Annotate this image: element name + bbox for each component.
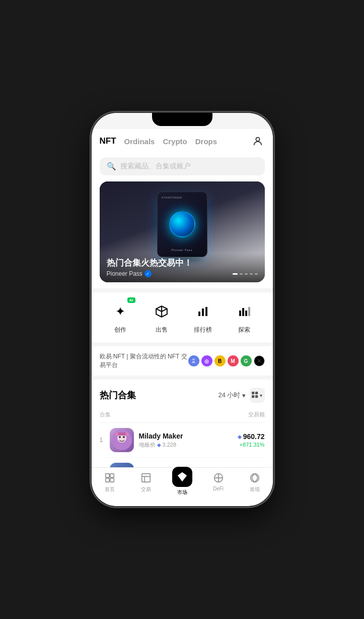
milady-volume: ◆ 960.72 +871.31% xyxy=(238,432,265,448)
nav-discover[interactable]: 发现 xyxy=(237,472,273,496)
chain-icons: Ξ ◎ B M G ✕ xyxy=(188,355,265,366)
table-header: 合集 交易额 xyxy=(100,409,265,423)
search-bar: 🔍 搜索藏品、合集或账户 xyxy=(92,153,273,181)
collection-thumb-nodemonkes xyxy=(110,463,134,467)
dot-3 xyxy=(245,273,248,275)
info-banner: 欧易 NFT | 聚合流动性的 NFT 交易平台 Ξ ◎ B M G ✕ xyxy=(92,346,273,376)
action-rank-label: 排行榜 xyxy=(194,326,212,334)
nav-discover-label: 发现 xyxy=(250,486,260,493)
chain-icon-bnb: B xyxy=(214,355,226,366)
svg-rect-5 xyxy=(242,308,244,316)
milady-name: Milady Maker xyxy=(139,432,238,440)
svg-rect-11 xyxy=(255,395,258,398)
action-rank[interactable]: 排行榜 xyxy=(192,300,214,334)
hot-collections-section: 热门合集 24 小时 ▾ xyxy=(92,380,273,467)
svg-rect-27 xyxy=(110,478,113,482)
phone-frame: NFT Ordinals Crypto Drops 🔍 搜索藏品、合集或账户 xyxy=(92,113,273,506)
top-nav: NFT Ordinals Crypto Drops xyxy=(92,129,273,153)
collection-info-milady: Milady Maker 地板价 ◆ 3.228 xyxy=(139,432,238,449)
chain-icon-sol: ◎ xyxy=(201,355,212,366)
info-banner-text: 欧易 NFT | 聚合流动性的 NFT 交易平台 xyxy=(100,352,188,369)
nav-trade[interactable]: 交易 xyxy=(128,472,164,496)
search-icon: 🔍 xyxy=(107,162,116,171)
time-filter[interactable]: 24 小时 ▾ xyxy=(218,391,245,400)
ai-badge: AI xyxy=(127,297,135,303)
action-rank-icon-wrap xyxy=(192,300,214,323)
rank-1: 1 xyxy=(100,437,110,444)
dot-2 xyxy=(240,273,243,275)
milady-thumb-art xyxy=(110,428,134,452)
banner-section: STARPOWER Pioneer Pass 热门合集火热交易中！ Pionee… xyxy=(92,181,273,288)
milady-vol-value: 960.72 xyxy=(243,432,265,441)
nft-card-visual: STARPOWER Pioneer Pass xyxy=(157,192,207,257)
grid-toggle[interactable]: ▾ xyxy=(250,388,265,403)
dot-1 xyxy=(233,273,238,275)
milady-floor: 地板价 ◆ 3.228 xyxy=(139,441,238,449)
svg-rect-26 xyxy=(105,478,109,482)
notch xyxy=(152,113,212,126)
action-sell[interactable]: 出售 xyxy=(151,300,173,334)
action-create-icon-wrap: ✦ AI xyxy=(109,300,131,323)
nav-market-label: 市场 xyxy=(177,489,187,496)
action-explore[interactable]: 探索 xyxy=(233,300,255,334)
nav-home-label: 首页 xyxy=(105,486,115,493)
svg-rect-4 xyxy=(239,311,241,316)
tag-icon xyxy=(155,305,168,318)
banner-title: 热门合集火热交易中！ xyxy=(107,258,258,268)
milady-change: +871.31% xyxy=(238,442,265,448)
section-title: 热门合集 xyxy=(100,389,136,401)
nav-tabs: NFT Ordinals Crypto Drops xyxy=(100,136,217,146)
table-row[interactable]: 2 NodeMonkes xyxy=(100,458,265,467)
nav-market[interactable]: 市场 xyxy=(164,472,200,496)
col-volume-label: 交易额 xyxy=(248,411,265,418)
action-sell-label: 出售 xyxy=(156,326,168,334)
action-create[interactable]: ✦ AI 创作 xyxy=(109,300,131,334)
nav-tab-crypto[interactable]: Crypto xyxy=(163,137,187,146)
chain-icon-eth: Ξ xyxy=(188,355,199,366)
action-explore-label: 探索 xyxy=(238,326,250,334)
nav-trade-label: 交易 xyxy=(141,486,151,493)
eth-vol-symbol-milady: ◆ xyxy=(238,434,242,440)
nav-tab-ordinals[interactable]: Ordinals xyxy=(124,137,155,146)
nav-defi[interactable]: DeFi xyxy=(200,472,237,496)
svg-rect-3 xyxy=(205,307,207,316)
banner-subtitle: Pioneer Pass ✓ xyxy=(107,270,152,277)
verified-badge: ✓ xyxy=(144,270,152,277)
profile-icon[interactable] xyxy=(251,134,265,148)
svg-rect-8 xyxy=(252,392,254,394)
floor-value-milady: 3.228 xyxy=(163,442,177,448)
quick-actions: ✦ AI 创作 出售 xyxy=(92,292,273,342)
svg-rect-2 xyxy=(202,308,204,316)
banner-subtitle-row: Pioneer Pass ✓ xyxy=(107,270,258,277)
nav-tab-nft[interactable]: NFT xyxy=(100,136,116,146)
section-controls: 24 小时 ▾ ▾ xyxy=(218,388,264,403)
sparkle-icon: ✦ xyxy=(115,304,125,319)
card-logo-text: STARPOWER xyxy=(162,196,182,199)
market-icon-wrap xyxy=(172,467,192,487)
milady-volume-amount: ◆ 960.72 xyxy=(238,432,265,441)
explore-bars-icon xyxy=(238,305,250,318)
milady-avatar xyxy=(112,430,132,450)
table-row[interactable]: 1 xyxy=(100,423,265,458)
svg-point-15 xyxy=(123,436,125,438)
svg-rect-9 xyxy=(255,392,258,394)
nav-defi-label: DeFi xyxy=(213,486,224,491)
section-header: 热门合集 24 小时 ▾ xyxy=(100,388,265,403)
trade-icon xyxy=(140,472,152,484)
banner-dots xyxy=(233,273,258,275)
svg-rect-24 xyxy=(105,474,109,477)
market-diamond-icon xyxy=(177,471,188,482)
bottom-nav: 首页 交易 市场 xyxy=(92,467,273,506)
nav-tab-drops[interactable]: Drops xyxy=(195,137,217,146)
nav-home[interactable]: 首页 xyxy=(92,472,128,496)
home-icon xyxy=(104,472,116,484)
search-input-wrapper[interactable]: 🔍 搜索藏品、合集或账户 xyxy=(100,157,265,175)
svg-rect-6 xyxy=(245,311,247,316)
col-collection-label: 合集 xyxy=(100,411,111,418)
banner-subtitle-text: Pioneer Pass xyxy=(107,270,142,277)
banner[interactable]: STARPOWER Pioneer Pass 热门合集火热交易中！ Pionee… xyxy=(100,181,265,282)
time-filter-label: 24 小时 xyxy=(218,391,240,400)
svg-point-0 xyxy=(256,138,259,141)
action-sell-icon-wrap xyxy=(151,300,173,323)
search-placeholder: 搜索藏品、合集或账户 xyxy=(120,162,191,171)
